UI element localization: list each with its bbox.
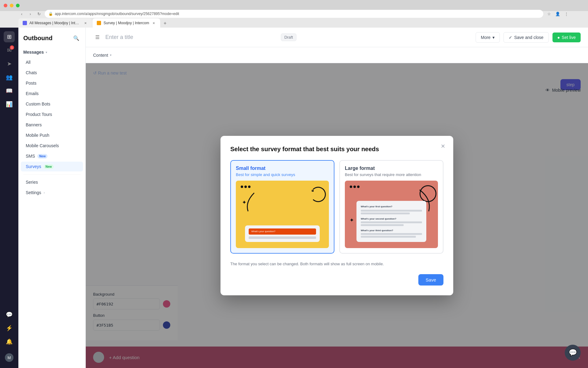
sidebar-item-mobile-push[interactable]: Mobile Push: [21, 130, 83, 140]
large-q3-line1: [361, 233, 422, 235]
sidebar-item-mobile-carousels[interactable]: Mobile Carousels: [21, 141, 83, 151]
bookmark-btn[interactable]: ☆: [546, 10, 552, 17]
large-format-illustration: ✦ What's your first question? What's you…: [345, 181, 438, 248]
rail-icon-home[interactable]: ⊞: [4, 31, 15, 42]
tab2-label: Survey | Moodjoy | Intercom: [104, 21, 149, 25]
sidebar-item-custom-bots[interactable]: Custom Bots: [21, 99, 83, 109]
sidebar-item-all[interactable]: All: [21, 57, 83, 67]
sidebar-item-posts-label: Posts: [26, 81, 36, 86]
sidebar-item-series-label: Series: [26, 180, 38, 185]
large-format-card[interactable]: Large format Best for surveys that requi…: [339, 160, 443, 254]
settings-arrow: ›: [44, 191, 45, 194]
sidebar-item-emails-label: Emails: [26, 91, 39, 96]
modal-save-button[interactable]: Save: [418, 274, 443, 286]
rail-icon-reports[interactable]: 📊: [4, 99, 15, 110]
traffic-light-red[interactable]: [4, 4, 7, 7]
sidebar-divider: [23, 174, 81, 174]
rail-icon-apps[interactable]: ⚡: [4, 323, 15, 334]
sidebar-item-emails[interactable]: Emails: [21, 89, 83, 98]
modal-close-btn[interactable]: ✕: [439, 142, 447, 151]
sidebar-item-custom-bots-label: Custom Bots: [26, 102, 50, 106]
main-content: ☰ Draft More ▾ ✓ Save and close ● Set li…: [86, 28, 588, 368]
tab1-label: All Messages | Moodjoy | Inter...: [29, 21, 81, 25]
small-sparkle: ✦: [242, 199, 247, 206]
browser-titlebar: [0, 0, 588, 11]
save-check-icon: ✓: [509, 35, 512, 40]
tab1-close[interactable]: ✕: [83, 21, 88, 25]
reload-btn[interactable]: ↻: [36, 10, 42, 17]
small-question-bar: What's your question?: [249, 228, 316, 235]
small-deco-dot: [312, 190, 314, 192]
rail-icon-knowledge[interactable]: 📖: [4, 85, 15, 96]
sidebar-search-btn[interactable]: 🔍: [72, 34, 81, 42]
small-answer-line: [249, 236, 316, 239]
large-survey-preview: What's your first question? What's your …: [356, 201, 426, 242]
sidebar-item-surveys[interactable]: Surveys New: [21, 162, 83, 171]
browser-tab-1[interactable]: All Messages | Moodjoy | Inter... ✕: [18, 18, 92, 28]
large-q2-label: What's your second question?: [361, 217, 422, 220]
sidebar-item-posts[interactable]: Posts: [21, 78, 83, 88]
rail-icon-notifications[interactable]: 🔔: [4, 336, 15, 347]
small-deco-arc: [311, 187, 326, 202]
small-question-text: What's your question?: [251, 230, 275, 233]
profile-btn[interactable]: 👤: [554, 10, 561, 17]
left-rail: ⊞ ✉ 1 ➤ 👥 📖 📊 💬 ⚡ 🔔 M: [0, 28, 18, 368]
browser-chrome: ‹ › ↻ 🔒 app.intercom.com/a/apps/nnsgmgob…: [0, 0, 588, 28]
back-btn[interactable]: ‹: [18, 10, 25, 17]
large-format-title: Large format: [345, 166, 438, 171]
content-header: Content ▾: [86, 47, 588, 63]
tab2-close[interactable]: ✕: [152, 21, 156, 25]
large-q1-line2: [361, 213, 410, 214]
save-and-close-button[interactable]: ✓ Save and close: [503, 32, 549, 43]
sidebar-header: Outbound 🔍: [18, 28, 85, 46]
chat-support-icon: 💬: [569, 349, 577, 357]
rail-icon-conversations[interactable]: 💬: [4, 309, 15, 320]
sidebar-item-banners[interactable]: Banners: [21, 120, 83, 130]
rail-icon-contacts[interactable]: 👥: [4, 72, 15, 83]
topbar: ☰ Draft More ▾ ✓ Save and close ● Set li…: [86, 28, 588, 47]
small-format-card[interactable]: Small format Best for simple and quick s…: [230, 160, 334, 254]
sidebar-item-series[interactable]: Series: [21, 177, 83, 187]
chat-support-button[interactable]: 💬: [565, 345, 581, 361]
traffic-light-green[interactable]: [16, 4, 20, 7]
large-q2-line2: [361, 224, 404, 226]
sidebar-item-sms[interactable]: SMS New: [21, 151, 83, 161]
small-format-subtitle: Best for simple and quick surveys: [236, 172, 329, 177]
browser-tab-2[interactable]: Survey | Moodjoy | Intercom ✕: [92, 18, 160, 28]
sidebar-item-settings[interactable]: Settings ›: [21, 188, 83, 197]
large-format-subtitle: Best for surveys that require more atten…: [345, 172, 438, 177]
rail-icon-user[interactable]: M: [4, 352, 15, 363]
modal-footer-actions: Save: [230, 274, 443, 286]
live-icon: ●: [557, 35, 560, 40]
traffic-light-yellow[interactable]: [10, 4, 13, 7]
more-button[interactable]: More ▾: [476, 32, 500, 43]
large-illu-dots: [350, 186, 360, 188]
topbar-menu-btn[interactable]: ☰: [93, 33, 102, 42]
more-arrow-icon: ▾: [492, 35, 495, 40]
forward-btn[interactable]: ›: [27, 10, 34, 17]
draft-badge: Draft: [281, 33, 296, 41]
sidebar-item-mobile-push-label: Mobile Push: [26, 133, 49, 138]
large-q1-label: What's your first question?: [361, 205, 422, 208]
modal-footer-text: The format you select can be changed. Bo…: [230, 261, 443, 267]
content-tab[interactable]: Content ▾: [93, 53, 111, 58]
tab2-favicon: [97, 21, 101, 25]
sidebar-item-chats-label: Chats: [26, 70, 37, 75]
set-live-button[interactable]: ● Set live: [552, 33, 581, 42]
sidebar-item-chats[interactable]: Chats: [21, 68, 83, 78]
app-container: ⊞ ✉ 1 ➤ 👥 📖 📊 💬 ⚡ 🔔 M Outbound 🔍: [0, 28, 588, 368]
rail-icon-messages[interactable]: ✉ 1: [4, 45, 15, 56]
rail-icon-outbound[interactable]: ➤: [4, 58, 15, 69]
content-tab-arrow: ▾: [110, 53, 111, 57]
sidebar-item-settings-label: Settings: [26, 190, 41, 195]
extension-btn[interactable]: ⋮: [563, 10, 570, 17]
survey-title-input[interactable]: [105, 34, 277, 40]
sidebar-item-product-tours[interactable]: Product Tours: [21, 109, 83, 119]
messages-section-header[interactable]: Messages ▾: [18, 47, 85, 56]
browser-nav: ‹ › ↻: [18, 10, 42, 17]
modal-overlay[interactable]: Select the survey format that best suits…: [86, 63, 588, 368]
small-format-title: Small format: [236, 166, 329, 171]
sidebar-item-product-tours-label: Product Tours: [26, 112, 52, 117]
new-tab-btn[interactable]: +: [161, 19, 169, 28]
browser-addressbar: ‹ › ↻ 🔒 app.intercom.com/a/apps/nnsgmgob…: [0, 11, 588, 17]
